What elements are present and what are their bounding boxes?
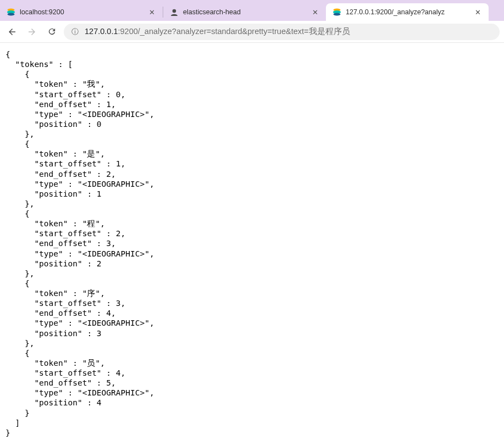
close-icon[interactable]: ✕ (311, 8, 319, 16)
url-text: 127.0.0.1:9200/_analyze?analyzer=standar… (85, 26, 493, 37)
address-bar[interactable]: ⓘ 127.0.0.1:9200/_analyze?analyzer=stand… (64, 24, 500, 40)
tab-analyze[interactable]: 127.0.0.1:9200/_analyze?analyz ✕ (326, 3, 489, 21)
elastic-icon (7, 8, 15, 16)
svg-point-3 (173, 9, 176, 13)
close-icon[interactable]: ✕ (473, 8, 482, 16)
tab-title: 127.0.0.1:9200/_analyze?analyz (346, 8, 469, 16)
reload-button[interactable] (44, 24, 59, 40)
tab-strip: localhost:9200 ✕ elasticsearch-head ✕ (0, 0, 504, 21)
tab-title: elasticsearch-head (183, 8, 306, 16)
json-response: { "tokens" : [ { "token" : "我", "start_o… (0, 43, 504, 443)
svg-point-6 (334, 13, 341, 15)
tab-es-head[interactable]: elasticsearch-head ✕ (163, 3, 326, 21)
tab-title: localhost:9200 (20, 8, 143, 16)
nav-bar: ⓘ 127.0.0.1:9200/_analyze?analyzer=stand… (0, 21, 504, 43)
site-info-icon[interactable]: ⓘ (70, 27, 79, 36)
back-button[interactable] (4, 24, 20, 40)
url-host: 127.0.0.1 (85, 27, 118, 36)
forward-button[interactable] (24, 24, 40, 40)
elastic-icon (333, 8, 341, 16)
close-icon[interactable]: ✕ (147, 8, 156, 16)
url-path: :9200/_analyze?analyzer=standard&pretty=… (118, 27, 350, 36)
head-icon (170, 8, 179, 16)
browser-chrome: localhost:9200 ✕ elasticsearch-head ✕ (0, 0, 504, 43)
svg-point-2 (8, 13, 15, 15)
tab-localhost[interactable]: localhost:9200 ✕ (0, 3, 163, 21)
